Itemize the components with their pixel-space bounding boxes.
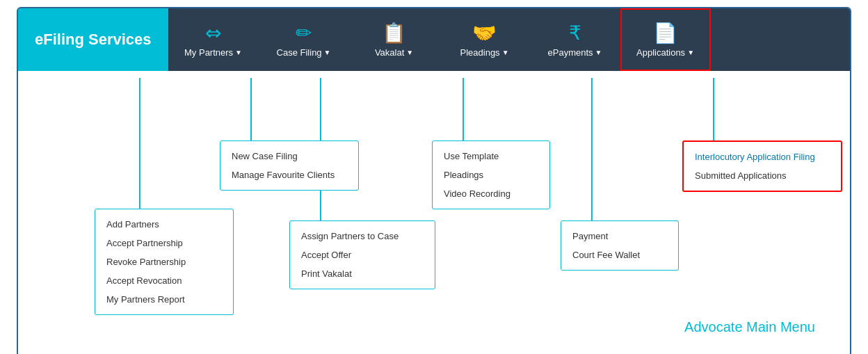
dropdown-arrow-pleadings: ▼ xyxy=(502,49,509,56)
outer-border: eFiling Services ⇔ My Partners ▼ ✏ Case … xyxy=(17,7,851,354)
nav-label-epayments: ePayments xyxy=(548,47,593,58)
epayments-item-1[interactable]: Payment xyxy=(561,227,678,246)
case-filing-item-2[interactable]: Manage Favourite Clients xyxy=(220,166,358,184)
applications-item-2[interactable]: Submitted Applications xyxy=(684,166,841,185)
navbar: eFiling Services ⇔ My Partners ▼ ✏ Case … xyxy=(18,8,850,71)
dropdown-arrow-vakalat: ▼ xyxy=(406,49,413,56)
dropdown-applications: Interlocutory Application Filing Submitt… xyxy=(682,140,842,192)
dropdown-vakalat: Assign Partners to Case Accept Offer Pri… xyxy=(289,220,435,289)
nav-item-pleadings[interactable]: 🤝 Pleadings ▼ xyxy=(440,8,530,71)
dropdown-pleadings: Use Template Pleadings Video Recording xyxy=(432,140,550,209)
dropdown-my-partners: Add Partners Accept Partnership Revoke P… xyxy=(95,209,234,315)
nav-item-vakalat[interactable]: 📋 Vakalat ▼ xyxy=(349,8,440,71)
applications-icon: 📄 xyxy=(653,22,677,45)
nav-label-case-filing: Case Filing xyxy=(277,47,322,58)
nav-item-applications[interactable]: 📄 Applications ▼ xyxy=(620,8,711,71)
pleadings-item-3[interactable]: Video Recording xyxy=(433,184,549,203)
dropdown-epayments: Payment Court Fee Wallet xyxy=(561,220,679,271)
vakalat-item-2[interactable]: Accept Offer xyxy=(290,246,435,264)
pleadings-item-2[interactable]: Pleadings xyxy=(433,166,549,184)
pleadings-icon: 🤝 xyxy=(472,22,497,45)
advocate-main-menu-label: Advocate Main Menu xyxy=(684,319,815,335)
my-partners-item-5[interactable]: My Partners Report xyxy=(95,290,233,309)
nav-label-pleadings: Pleadings xyxy=(460,47,500,58)
vakalat-item-1[interactable]: Assign Partners to Case xyxy=(290,227,435,246)
nav-label-my-partners: My Partners xyxy=(184,47,233,58)
nav-item-epayments[interactable]: ₹ ePayments ▼ xyxy=(530,8,620,71)
my-partners-item-4[interactable]: Accept Revocation xyxy=(95,271,233,290)
epayments-icon: ₹ xyxy=(569,22,581,45)
nav-item-my-partners[interactable]: ⇔ My Partners ▼ xyxy=(168,8,259,71)
nav-item-case-filing[interactable]: ✏ Case Filing ▼ xyxy=(259,8,349,71)
partners-icon: ⇔ xyxy=(205,22,221,45)
dropdown-arrow-applications: ▼ xyxy=(687,49,694,56)
nav-label-vakalat: Vakalat xyxy=(375,47,404,58)
epayments-item-2[interactable]: Court Fee Wallet xyxy=(561,246,678,264)
vakalat-item-3[interactable]: Print Vakalat xyxy=(290,264,435,283)
nav-label-applications: Applications xyxy=(636,47,685,58)
diagram: New Case Filing Manage Favourite Clients… xyxy=(32,78,836,342)
my-partners-item-1[interactable]: Add Partners xyxy=(95,215,233,234)
case-filing-icon: ✏ xyxy=(296,22,312,45)
dropdown-arrow-epayments: ▼ xyxy=(595,49,602,56)
my-partners-item-2[interactable]: Accept Partnership xyxy=(95,234,233,252)
content-area: New Case Filing Manage Favourite Clients… xyxy=(18,71,850,354)
dropdown-arrow-case-filing: ▼ xyxy=(324,49,331,56)
dropdown-arrow-my-partners: ▼ xyxy=(235,49,242,56)
pleadings-item-1[interactable]: Use Template xyxy=(433,147,549,166)
case-filing-item-1[interactable]: New Case Filing xyxy=(220,147,358,166)
my-partners-item-3[interactable]: Revoke Partnership xyxy=(95,252,233,271)
nav-items: ⇔ My Partners ▼ ✏ Case Filing ▼ 📋 Vakala… xyxy=(168,8,850,71)
brand-label: eFiling Services xyxy=(18,8,168,71)
applications-item-1[interactable]: Interlocutory Application Filing xyxy=(684,147,841,166)
dropdown-case-filing: New Case Filing Manage Favourite Clients xyxy=(220,140,359,191)
vakalat-icon: 📋 xyxy=(382,22,406,45)
